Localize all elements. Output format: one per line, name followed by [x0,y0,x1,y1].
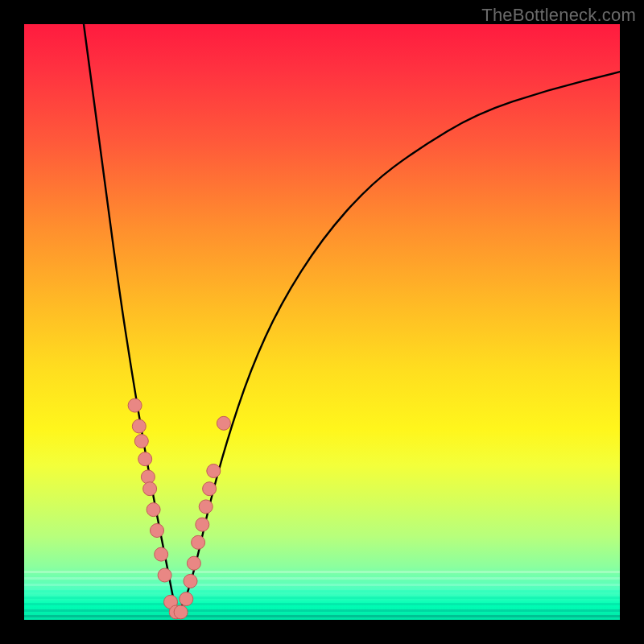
data-point [134,435,148,448]
data-point [128,398,142,412]
plot-area [24,24,620,620]
data-point [143,482,157,496]
data-points-layer [128,398,230,619]
data-point [155,547,168,561]
data-point [147,503,160,517]
data-point [184,574,197,588]
data-point [187,556,200,570]
data-point [196,518,209,531]
data-point [174,605,188,619]
data-point [180,592,193,606]
chart-svg [24,24,620,620]
curve-layer [84,24,620,609]
data-point [132,419,146,433]
data-point [138,452,152,466]
data-point [207,464,221,478]
watermark-text: TheBottleneck.com [481,5,636,26]
data-point [217,416,230,430]
data-point [199,500,213,514]
data-point [151,524,164,538]
data-point [203,482,217,496]
data-point [192,535,205,549]
figure-root: TheBottleneck.com [0,0,644,644]
bottleneck-curve [84,24,620,609]
data-point [141,470,155,484]
data-point [158,568,171,582]
